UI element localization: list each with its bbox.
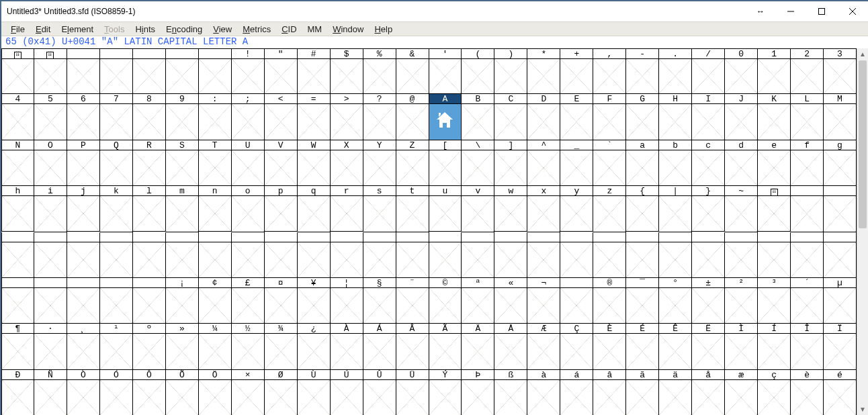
glyph-cell[interactable]: b	[659, 140, 692, 186]
glyph-cell[interactable]: 7	[100, 94, 133, 140]
glyph-cell[interactable]	[758, 232, 791, 278]
minimize-button[interactable]	[775, 1, 806, 21]
glyph-cell[interactable]: L	[791, 94, 824, 140]
glyph-cell[interactable]: Å	[494, 324, 527, 369]
menu-encoding[interactable]: Encoding	[161, 24, 208, 35]
glyph-cell[interactable]: |	[659, 186, 692, 232]
glyph-cell[interactable]: Ø	[265, 370, 298, 415]
glyph-cell[interactable]: ,	[593, 48, 626, 94]
close-button[interactable]	[837, 1, 868, 21]
glyph-cell[interactable]	[791, 186, 824, 232]
glyph-cell[interactable]: ±	[692, 278, 725, 324]
glyph-cell[interactable]: ¢	[199, 278, 232, 324]
glyph-cell[interactable]: ⠿	[1, 48, 34, 94]
glyph-cell[interactable]	[363, 232, 396, 278]
glyph-cell[interactable]: D	[527, 94, 560, 140]
glyph-cell[interactable]: V	[265, 140, 298, 186]
glyph-cell[interactable]: ß	[494, 370, 527, 415]
glyph-cell[interactable]: i	[34, 186, 67, 232]
glyph-cell[interactable]: Ü	[396, 370, 429, 415]
glyph-cell[interactable]: o	[232, 186, 265, 232]
menu-help[interactable]: Help	[369, 24, 398, 35]
glyph-cell[interactable]: }	[692, 186, 725, 232]
glyph-cell[interactable]: £	[232, 278, 265, 324]
glyph-cell[interactable]: È	[593, 324, 626, 369]
glyph-cell[interactable]: â	[593, 370, 626, 415]
glyph-cell[interactable]: »	[166, 324, 199, 369]
glyph-cell[interactable]: P	[67, 140, 100, 186]
glyph-cell[interactable]	[199, 48, 232, 94]
glyph-cell[interactable]: Ò	[67, 370, 100, 415]
glyph-cell[interactable]: ³	[758, 278, 791, 324]
glyph-cell[interactable]	[429, 232, 462, 278]
glyph-cell[interactable]	[232, 232, 265, 278]
scrollbar-thumb[interactable]	[859, 60, 867, 228]
glyph-cell[interactable]: ¿	[298, 324, 331, 369]
glyph-cell[interactable]: ¾	[265, 324, 298, 369]
glyph-cell[interactable]: "	[265, 48, 298, 94]
glyph-cell[interactable]: #	[298, 48, 331, 94]
glyph-cell[interactable]: ¦	[331, 278, 363, 324]
glyph-cell[interactable]: ¸	[67, 324, 100, 369]
glyph-cell[interactable]	[626, 232, 659, 278]
glyph-cell[interactable]: y	[560, 186, 593, 232]
glyph-cell[interactable]	[1, 278, 34, 324]
glyph-cell[interactable]: %	[363, 48, 396, 94]
glyph-cell[interactable]: ¹	[100, 324, 133, 369]
glyph-cell[interactable]: é	[824, 370, 857, 415]
glyph-cell[interactable]: ¤	[265, 278, 298, 324]
glyph-cell[interactable]: >	[331, 94, 363, 140]
scroll-up-icon[interactable]: ▲	[857, 48, 868, 60]
glyph-cell[interactable]	[67, 278, 100, 324]
glyph-cell[interactable]: x	[527, 186, 560, 232]
glyph-cell[interactable]: l	[133, 186, 166, 232]
glyph-cell[interactable]: ¯	[626, 278, 659, 324]
glyph-cell[interactable]: Ý	[429, 370, 462, 415]
glyph-cell[interactable]: ®	[593, 278, 626, 324]
glyph-cell[interactable]: °	[659, 278, 692, 324]
glyph-cell[interactable]: 5	[34, 94, 67, 140]
glyph-cell[interactable]: ã	[626, 370, 659, 415]
glyph-cell[interactable]	[67, 232, 100, 278]
glyph-cell[interactable]: O	[34, 140, 67, 186]
glyph-cell[interactable]	[100, 232, 133, 278]
glyph-cell[interactable]: ¬	[527, 278, 560, 324]
glyph-cell[interactable]: ×	[232, 370, 265, 415]
glyph-cell[interactable]: $	[331, 48, 363, 94]
glyph-cell[interactable]: S	[166, 140, 199, 186]
glyph-cell[interactable]: Ç	[560, 324, 593, 369]
glyph-cell[interactable]: h	[1, 186, 34, 232]
glyph-cell[interactable]: I	[692, 94, 725, 140]
glyph-cell[interactable]	[133, 48, 166, 94]
glyph-cell[interactable]: À	[331, 324, 363, 369]
vertical-scrollbar[interactable]: ▲ ▼	[857, 48, 868, 415]
glyph-cell[interactable]: U	[232, 140, 265, 186]
glyph-cell[interactable]: 3	[824, 48, 857, 94]
glyph-cell[interactable]: ]	[494, 140, 527, 186]
glyph-cell[interactable]: ç	[758, 370, 791, 415]
glyph-cell[interactable]	[1, 232, 34, 278]
menu-mm[interactable]: MM	[302, 24, 328, 35]
menu-edit[interactable]: Edit	[30, 24, 56, 35]
glyph-cell[interactable]: z	[593, 186, 626, 232]
glyph-cell[interactable]: k	[100, 186, 133, 232]
glyph-cell[interactable]: å	[692, 370, 725, 415]
glyph-cell[interactable]	[133, 232, 166, 278]
glyph-cell[interactable]: M	[824, 94, 857, 140]
glyph-cell[interactable]: ~	[725, 186, 758, 232]
glyph-cell[interactable]: c	[692, 140, 725, 186]
glyph-cell[interactable]: F	[593, 94, 626, 140]
glyph-cell[interactable]: /	[692, 48, 725, 94]
glyph-cell[interactable]: j	[67, 186, 100, 232]
glyph-cell[interactable]: )	[494, 48, 527, 94]
glyph-cell[interactable]: Õ	[166, 370, 199, 415]
glyph-cell[interactable]: ^	[527, 140, 560, 186]
glyph-cell[interactable]: Ó	[100, 370, 133, 415]
glyph-cell[interactable]: ²	[725, 278, 758, 324]
glyph-cell[interactable]: !	[232, 48, 265, 94]
glyph-cell[interactable]	[593, 232, 626, 278]
glyph-cell[interactable]: á	[560, 370, 593, 415]
glyph-cell[interactable]: X	[331, 140, 363, 186]
glyph-cell[interactable]: &	[396, 48, 429, 94]
glyph-cell[interactable]: +	[560, 48, 593, 94]
